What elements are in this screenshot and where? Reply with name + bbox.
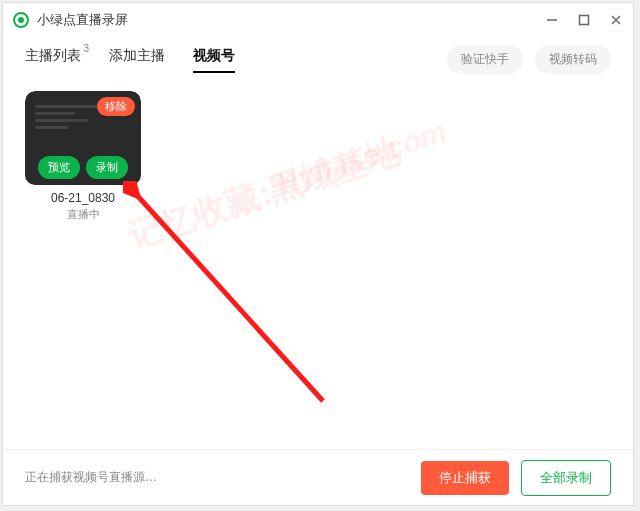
video-transcode-button[interactable]: 视频转码 [535,45,611,74]
watermark-url: Hybase.com [272,115,451,202]
app-title: 小绿点直播录屏 [37,11,545,29]
remove-button[interactable]: 移除 [97,97,135,116]
stream-name: 06-21_0830 [25,191,141,205]
tab-label: 主播列表 [25,47,81,63]
tab-video-channel[interactable]: 视频号 [193,47,235,71]
verify-kuaishou-button[interactable]: 验证快手 [447,45,523,74]
app-logo-icon [13,12,29,28]
footer: 正在捕获视频号直播源… 停止捕获 全部录制 [3,449,633,505]
maximize-icon[interactable] [577,13,591,27]
tabbar: 主播列表 3 添加主播 视频号 验证快手 视频转码 [3,37,633,81]
stream-status: 直播中 [25,207,141,222]
thumbnail-actions: 预览 录制 [31,156,135,179]
titlebar: 小绿点直播录屏 [3,3,633,37]
annotation-arrow-icon [123,181,343,411]
close-icon[interactable] [609,13,623,27]
tab-label: 视频号 [193,47,235,63]
tab-label: 添加主播 [109,47,165,63]
tab-badge: 3 [83,43,89,54]
stop-capture-button[interactable]: 停止捕获 [421,461,509,495]
content-area: 移除 预览 录制 06-21_0830 直播中 记忆收藏:黑域基地 Hybase… [3,81,633,449]
svg-line-4 [135,193,323,401]
watermark-text: 记忆收藏:黑域基地 [123,128,407,259]
stream-card[interactable]: 移除 预览 录制 06-21_0830 直播中 [25,91,141,222]
minimize-icon[interactable] [545,13,559,27]
svg-rect-1 [580,16,589,25]
footer-status-text: 正在捕获视频号直播源… [25,469,421,486]
stream-thumbnail: 移除 预览 录制 [25,91,141,185]
app-window: 小绿点直播录屏 主播列表 3 添加主播 视频号 验证快手 视频转码 [2,2,634,506]
record-all-button[interactable]: 全部录制 [521,460,611,496]
tab-anchor-list[interactable]: 主播列表 3 [25,47,81,71]
thumbnail-placeholder-icon [35,105,101,133]
toolbar-right: 验证快手 视频转码 [447,45,611,74]
record-button[interactable]: 录制 [86,156,128,179]
window-controls [545,13,623,27]
preview-button[interactable]: 预览 [38,156,80,179]
tab-add-anchor[interactable]: 添加主播 [109,47,165,71]
